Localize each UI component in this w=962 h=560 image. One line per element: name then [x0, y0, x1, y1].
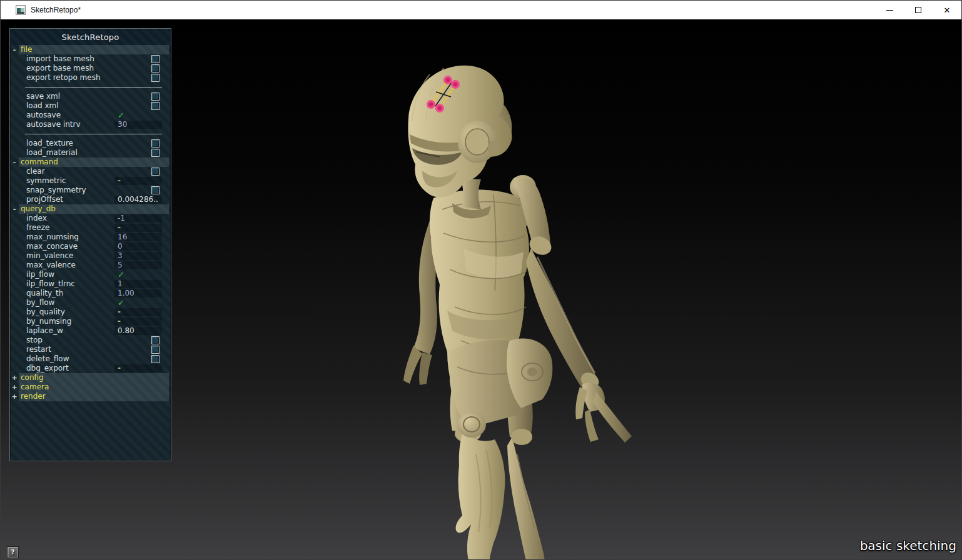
value-text: 1: [118, 279, 123, 289]
by-numsing-value-field[interactable]: -: [114, 318, 162, 326]
section-header-config[interactable]: +config: [10, 373, 171, 382]
row-max-valence[interactable]: max_valence5: [10, 261, 171, 270]
laplace-w-value-field[interactable]: 0.80: [114, 327, 162, 335]
export-base-mesh-button[interactable]: [151, 64, 159, 72]
row-label: clear: [10, 167, 45, 176]
row-label: autosave intrv: [10, 120, 81, 129]
section-label: query_db: [19, 204, 169, 214]
row-save-xml[interactable]: save xml: [10, 92, 171, 101]
row-min-valence[interactable]: min_valence3: [10, 251, 171, 261]
load-material-button[interactable]: [151, 149, 159, 157]
collapse-icon[interactable]: -: [10, 158, 19, 167]
row-clear[interactable]: clear: [10, 167, 171, 176]
row-laplace-w[interactable]: laplace_w0.80: [10, 326, 171, 336]
section-header-render[interactable]: +render: [10, 392, 171, 401]
quality-th-value-field[interactable]: 1.00: [114, 289, 162, 298]
by-flow-checkmark[interactable]: ✓: [118, 298, 124, 308]
row-autosave-intrv[interactable]: autosave intrv30: [10, 120, 171, 129]
settings-panel[interactable]: SketchRetopo -fileimport base meshexport…: [9, 28, 171, 461]
projoffset-value-field[interactable]: 0.004286..: [114, 196, 162, 204]
collapse-icon[interactable]: -: [10, 45, 19, 54]
export-retopo-mesh-button[interactable]: [151, 74, 159, 82]
section-header-query-db[interactable]: -query_db: [10, 204, 171, 214]
load-texture-button[interactable]: [151, 139, 159, 148]
row-snap-symmetry[interactable]: snap_symmetry: [10, 186, 171, 195]
import-base-mesh-button[interactable]: [151, 55, 159, 63]
expand-icon[interactable]: +: [10, 373, 19, 382]
max-numsing-value-field[interactable]: 16: [114, 233, 162, 241]
stop-button[interactable]: [151, 336, 159, 344]
value-text: -: [118, 176, 121, 186]
by-quality-value-field[interactable]: -: [114, 308, 162, 316]
row-by-quality[interactable]: by_quality-: [10, 308, 171, 317]
delete-flow-button[interactable]: [151, 355, 159, 363]
expand-icon[interactable]: +: [10, 392, 19, 401]
row-max-numsing[interactable]: max_numsing16: [10, 232, 171, 242]
minimize-button[interactable]: [875, 1, 904, 19]
section-header-camera[interactable]: +camera: [10, 382, 171, 392]
row-import-base-mesh[interactable]: import base mesh: [10, 54, 171, 64]
row-load-texture[interactable]: load_texture: [10, 139, 171, 148]
row-label: dbg_export: [10, 364, 69, 373]
section-label: render: [19, 392, 169, 401]
row-label: save xml: [10, 92, 60, 101]
autosave-checkmark[interactable]: ✓: [118, 111, 124, 120]
panel-title[interactable]: SketchRetopo: [10, 29, 171, 45]
row-label: stop: [10, 336, 43, 345]
titlebar[interactable]: SketchRetopo* ✕: [1, 1, 961, 19]
row-label: import base mesh: [10, 54, 94, 64]
row-label: freeze: [10, 223, 49, 232]
value-text: -: [118, 308, 121, 317]
symmetric-value-field[interactable]: -: [114, 177, 162, 185]
row-export-retopo-mesh[interactable]: export retopo mesh: [10, 73, 171, 82]
window-title: SketchRetopo*: [31, 6, 81, 14]
expand-icon[interactable]: +: [10, 382, 19, 392]
row-label: max_concave: [10, 242, 78, 251]
row-restart[interactable]: restart: [10, 345, 171, 354]
restart-button[interactable]: [151, 346, 159, 354]
row-quality-th[interactable]: quality_th1.00: [10, 289, 171, 298]
row-projoffset[interactable]: projOffset0.004286..: [10, 195, 171, 204]
row-max-concave[interactable]: max_concave0: [10, 242, 171, 251]
row-export-base-mesh[interactable]: export base mesh: [10, 64, 171, 73]
row-stop[interactable]: stop: [10, 336, 171, 345]
index-value-field[interactable]: -1: [114, 214, 162, 222]
row-load-xml[interactable]: load xml: [10, 101, 171, 111]
section-header-command[interactable]: -command: [10, 158, 171, 167]
max-valence-value-field[interactable]: 5: [114, 261, 162, 269]
row-label: ilp_flow_tlrnc: [10, 279, 75, 289]
value-text: 0.80: [118, 326, 134, 336]
snap-symmetry-button[interactable]: [151, 186, 159, 194]
ilp-flow-checkmark[interactable]: ✓: [118, 270, 124, 279]
row-by-numsing[interactable]: by_numsing-: [10, 317, 171, 326]
row-ilp-flow-tlrnc[interactable]: ilp_flow_tlrnc1: [10, 279, 171, 289]
save-xml-button[interactable]: [151, 92, 159, 101]
min-valence-value-field[interactable]: 3: [114, 252, 162, 260]
row-dbg-export[interactable]: dbg_export-: [10, 364, 171, 373]
collapse-icon[interactable]: -: [10, 204, 19, 214]
autosave-intrv-value-field[interactable]: 30: [114, 121, 162, 129]
dbg-export-value-field[interactable]: -: [114, 364, 162, 372]
row-autosave[interactable]: autosave✓: [10, 111, 171, 120]
model-pelvis: [450, 338, 552, 438]
viewport-3d[interactable]: SketchRetopo -fileimport base meshexport…: [1, 19, 962, 560]
row-load-material[interactable]: load_material: [10, 148, 171, 158]
row-label: quality_th: [10, 289, 63, 298]
row-symmetric[interactable]: symmetric-: [10, 176, 171, 186]
separator: [10, 82, 171, 92]
row-delete-flow[interactable]: delete_flow: [10, 354, 171, 364]
ilp-flow-tlrnc-value-field[interactable]: 1: [114, 280, 162, 288]
close-button[interactable]: ✕: [933, 1, 961, 19]
row-index[interactable]: index-1: [10, 214, 171, 223]
help-button[interactable]: ?: [8, 547, 18, 558]
row-ilp-flow[interactable]: ilp_flow✓: [10, 270, 171, 279]
max-concave-value-field[interactable]: 0: [114, 242, 162, 251]
maximize-button[interactable]: [904, 1, 933, 19]
clear-button[interactable]: [151, 168, 159, 176]
value-text: 5: [118, 261, 123, 270]
load-xml-button[interactable]: [151, 102, 159, 110]
freeze-value-field[interactable]: -: [114, 224, 162, 232]
row-freeze[interactable]: freeze-: [10, 223, 171, 232]
row-by-flow[interactable]: by_flow✓: [10, 298, 171, 308]
section-header-file[interactable]: -file: [10, 45, 171, 54]
